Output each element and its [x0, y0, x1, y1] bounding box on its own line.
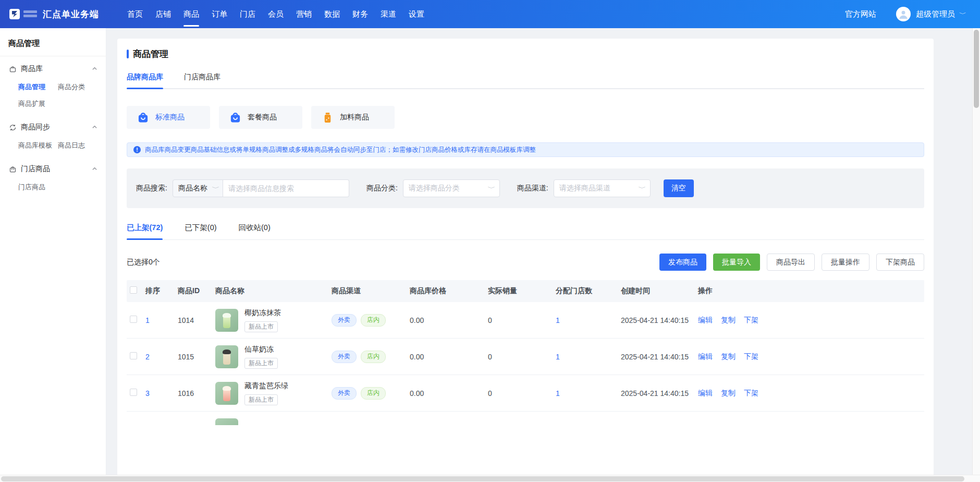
product-price: 0.00 — [410, 389, 488, 397]
batch-import-button[interactable]: 批量导入 — [713, 254, 760, 271]
sidebar-item-product-manage[interactable]: 商品管理 — [18, 82, 58, 92]
official-site-link[interactable]: 官方网站 — [845, 9, 876, 19]
page-title: 商品管理 — [127, 48, 924, 60]
store-count-link[interactable]: 1 — [556, 353, 621, 361]
horizontal-scrollbar[interactable] — [0, 475, 980, 482]
topping-product-button[interactable]: 加料商品 — [311, 106, 395, 129]
search-input[interactable] — [223, 179, 349, 197]
export-product-button[interactable]: 商品导出 — [767, 254, 815, 271]
title-accent-bar — [127, 50, 129, 58]
sidebar-item-product-log[interactable]: 商品日志 — [58, 141, 106, 150]
sidebar-item-store-product[interactable]: 门店商品 — [18, 183, 58, 192]
sidebar-group-product-library[interactable]: 商品库 — [0, 59, 106, 78]
logo-subtext — [23, 10, 37, 18]
search-label: 商品搜索: — [136, 184, 167, 193]
main-nav: 首页 店铺 商品 订单 门店 会员 营销 数据 财务 渠道 设置 — [121, 0, 431, 28]
logo-icon — [9, 9, 20, 19]
nav-item-product[interactable]: 商品 — [177, 0, 205, 28]
new-product-badge: 新品上市 — [244, 394, 278, 405]
sort-link[interactable]: 2 — [145, 353, 178, 361]
sidebar-item-product-category[interactable]: 商品分类 — [58, 82, 106, 92]
row-checkbox[interactable] — [130, 389, 137, 396]
avatar[interactable] — [896, 7, 911, 21]
take-down-link[interactable]: 下架 — [744, 316, 758, 325]
table-row-partial — [127, 412, 924, 425]
user-menu[interactable]: 超级管理员 — [916, 9, 955, 19]
store-count-link[interactable]: 1 — [556, 389, 621, 397]
chevron-up-icon — [92, 164, 97, 174]
category-select[interactable]: 请选择商品分类 ﹀ — [403, 179, 500, 197]
nav-item-shop[interactable]: 店铺 — [149, 0, 177, 28]
sidebar-item-library-template[interactable]: 商品库模板 — [18, 141, 58, 150]
sort-link[interactable]: 1 — [145, 316, 178, 324]
nav-item-marketing[interactable]: 营销 — [290, 0, 318, 28]
product-id: 1015 — [178, 353, 215, 361]
product-image — [215, 418, 238, 425]
chevron-up-icon — [92, 123, 97, 132]
nav-item-channel[interactable]: 渠道 — [374, 0, 402, 28]
info-banner: ! 商品库商品变更商品基础信息或将单规格商品调整成多规格商品将会自动同步至门店；… — [127, 142, 924, 157]
sidebar-group-label: 商品库 — [21, 64, 92, 74]
tab-off-shelf[interactable]: 已下架(0) — [185, 223, 216, 239]
nav-item-member[interactable]: 会员 — [262, 0, 290, 28]
edit-link[interactable]: 编辑 — [698, 316, 713, 325]
nav-item-order[interactable]: 订单 — [205, 0, 234, 28]
main-content: 商品管理 品牌商品库 门店商品库 标准商品 套餐商品 加料商品 ! 商品库商品变… — [106, 28, 980, 482]
copy-link[interactable]: 复制 — [721, 316, 736, 325]
channel-badge-instore: 店内 — [361, 387, 386, 400]
store-count-link[interactable]: 1 — [556, 316, 621, 324]
horizontal-scrollbar-thumb[interactable] — [1, 476, 964, 481]
info-banner-text: 商品库商品变更商品基础信息或将单规格商品调整成多规格商品将会自动同步至门店；如需… — [145, 146, 536, 154]
select-all-checkbox[interactable] — [130, 286, 137, 294]
nav-item-home[interactable]: 首页 — [121, 0, 149, 28]
product-image — [215, 382, 238, 405]
edit-link[interactable]: 编辑 — [698, 352, 713, 362]
chevron-down-icon: ﹀ — [487, 185, 495, 192]
status-tabs: 已上架(72) 已下架(0) 回收站(0) — [127, 223, 924, 240]
sort-link[interactable]: 3 — [145, 389, 178, 397]
combo-product-button[interactable]: 套餐商品 — [219, 106, 302, 129]
product-sales: 0 — [488, 353, 556, 361]
take-down-link[interactable]: 下架 — [744, 352, 758, 362]
nav-item-finance[interactable]: 财务 — [346, 0, 374, 28]
sidebar-group-store-product[interactable]: 门店商品 — [0, 160, 106, 178]
vertical-scrollbar-thumb[interactable] — [974, 30, 979, 108]
clear-button[interactable]: 清空 — [664, 179, 694, 197]
channel-badge-takeout: 外卖 — [332, 314, 357, 327]
sidebar: 商品管理 商品库 商品管理 商品分类 商品扩展 商品同步 商品库模板 商品日志 … — [0, 28, 106, 482]
batch-operation-button[interactable]: 批量操作 — [822, 254, 869, 271]
created-time: 2025-04-21 14:40:15 — [621, 353, 698, 361]
bag-icon — [8, 65, 17, 73]
library-tabs: 品牌商品库 门店商品库 — [127, 73, 924, 89]
channel-badge-instore: 店内 — [361, 314, 386, 327]
copy-link[interactable]: 复制 — [721, 389, 736, 398]
channel-select[interactable]: 请选择商品渠道 ﹀ — [554, 179, 651, 197]
copy-link[interactable]: 复制 — [721, 352, 736, 362]
product-name: 藏青盐芭乐绿 — [244, 381, 288, 391]
edit-link[interactable]: 编辑 — [698, 389, 713, 398]
nav-item-settings[interactable]: 设置 — [402, 0, 431, 28]
channel-label: 商品渠道: — [517, 184, 548, 193]
search-type-select[interactable]: 商品名称 ﹀ — [173, 179, 223, 197]
app-title: 汇点单业务端 — [43, 8, 99, 20]
sidebar-group-product-sync[interactable]: 商品同步 — [0, 118, 106, 137]
publish-product-button[interactable]: 发布商品 — [659, 254, 706, 271]
new-product-badge: 新品上市 — [244, 358, 278, 369]
chevron-down-icon: ﹀ — [638, 185, 646, 192]
vertical-scrollbar[interactable] — [972, 28, 980, 475]
tab-store-library[interactable]: 门店商品库 — [184, 73, 220, 88]
sidebar-item-product-extend[interactable]: 商品扩展 — [18, 99, 58, 109]
nav-item-data[interactable]: 数据 — [318, 0, 346, 28]
take-down-button[interactable]: 下架商品 — [876, 254, 924, 271]
chevron-down-icon: ﹀ — [959, 10, 966, 18]
row-checkbox[interactable] — [130, 352, 137, 359]
standard-product-button[interactable]: 标准商品 — [127, 106, 210, 129]
sync-icon — [8, 123, 17, 131]
tab-recycle-bin[interactable]: 回收站(0) — [239, 223, 271, 239]
sidebar-group-label: 门店商品 — [21, 164, 92, 174]
tab-on-shelf[interactable]: 已上架(72) — [127, 223, 163, 239]
tab-brand-library[interactable]: 品牌商品库 — [127, 73, 163, 88]
row-checkbox[interactable] — [130, 316, 137, 323]
take-down-link[interactable]: 下架 — [744, 389, 758, 398]
nav-item-store[interactable]: 门店 — [234, 0, 262, 28]
